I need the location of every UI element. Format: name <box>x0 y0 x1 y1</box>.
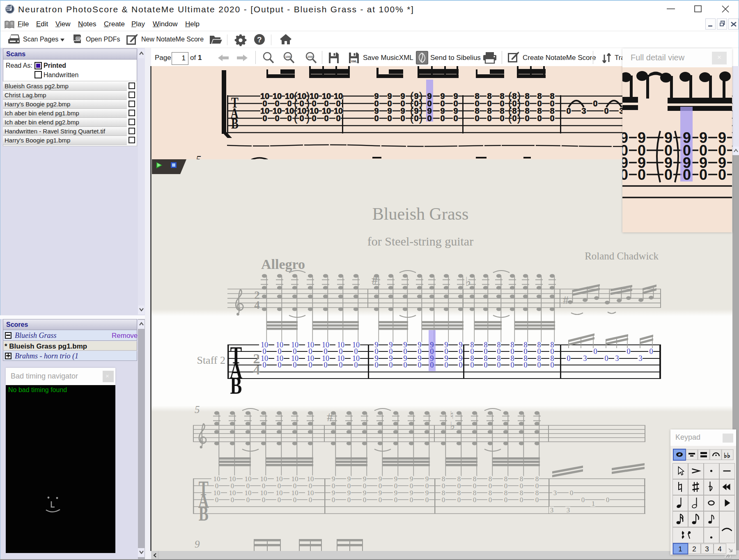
svg-text:3: 3 <box>583 354 587 363</box>
svg-text:0: 0 <box>375 361 379 369</box>
svg-text:0: 0 <box>699 166 707 183</box>
svg-text:0: 0 <box>231 496 234 504</box>
svg-text:4: 4 <box>718 545 721 553</box>
svg-text:0: 0 <box>605 354 608 363</box>
svg-text:0: 0 <box>512 114 516 123</box>
svg-text:Roland Chadwick: Roland Chadwick <box>585 250 659 262</box>
svg-text:#: # <box>327 410 333 424</box>
svg-text:0: 0 <box>387 114 392 123</box>
svg-text:200: 200 <box>308 55 313 59</box>
svg-text:0: 0 <box>309 361 312 369</box>
svg-text:?: ? <box>257 35 262 44</box>
svg-text:5: 5 <box>195 404 200 415</box>
svg-text:#: # <box>372 273 378 287</box>
svg-text:for Steel-string guitar: for Steel-string guitar <box>367 234 473 248</box>
svg-text:0: 0 <box>525 114 529 123</box>
svg-text:0: 0 <box>473 496 477 504</box>
svg-text:3: 3 <box>615 354 619 363</box>
svg-text:0: 0 <box>442 496 445 504</box>
svg-text:1: 1 <box>592 500 595 507</box>
svg-text:0: 0 <box>404 361 407 369</box>
svg-text:0: 0 <box>278 496 281 504</box>
svg-text:B: B <box>231 115 239 132</box>
svg-text:♮: ♮ <box>450 409 454 421</box>
svg-text:): ) <box>517 113 521 124</box>
svg-text:3: 3 <box>553 489 557 497</box>
svg-text:♭: ♭ <box>450 420 455 432</box>
svg-text:B: B <box>199 502 209 525</box>
svg-text:0: 0 <box>649 347 653 356</box>
svg-text:0: 0 <box>551 361 554 369</box>
svg-text:0: 0 <box>606 496 610 504</box>
svg-text:3: 3 <box>550 506 554 514</box>
svg-text:9: 9 <box>195 539 200 550</box>
svg-text:Allegro: Allegro <box>261 257 305 272</box>
svg-text:0: 0 <box>379 496 382 504</box>
svg-text:0: 0 <box>262 496 266 504</box>
svg-text:0: 0 <box>299 114 304 123</box>
svg-text:1: 1 <box>678 545 682 553</box>
svg-text:4: 4 <box>254 299 260 311</box>
svg-text:0: 0 <box>581 496 585 504</box>
svg-text:0: 0 <box>567 354 571 363</box>
svg-text:0: 0 <box>332 496 335 504</box>
svg-text:0: 0 <box>430 361 434 369</box>
svg-text:0: 0 <box>427 114 431 123</box>
svg-text:0: 0 <box>500 114 504 123</box>
svg-text:0: 0 <box>570 489 574 497</box>
svg-text:0: 0 <box>718 166 726 183</box>
svg-text:0: 0 <box>550 114 554 123</box>
svg-text:0: 0 <box>638 166 646 183</box>
svg-text:#: # <box>563 294 569 306</box>
svg-text:0: 0 <box>459 361 463 369</box>
svg-text:0: 0 <box>336 114 340 123</box>
svg-text:0: 0 <box>622 166 628 183</box>
svg-text:0: 0 <box>374 114 379 123</box>
svg-text:5: 5 <box>196 154 201 159</box>
svg-text:0: 0 <box>487 114 491 123</box>
svg-text:0: 0 <box>489 496 492 504</box>
svg-text:B: B <box>230 372 242 399</box>
svg-text:0: 0 <box>484 361 488 369</box>
svg-text:0: 0 <box>324 114 328 123</box>
svg-text:0: 0 <box>309 496 312 504</box>
svg-text:0: 0 <box>566 106 571 115</box>
svg-text:0: 0 <box>594 347 597 356</box>
svg-text:(: ( <box>294 113 297 124</box>
svg-text:0: 0 <box>440 114 445 123</box>
svg-text:0: 0 <box>400 114 405 123</box>
svg-text:0: 0 <box>354 361 358 369</box>
svg-text:♭♭: ♭♭ <box>724 452 730 459</box>
svg-text:): ) <box>419 113 422 124</box>
svg-text:0: 0 <box>275 114 279 123</box>
svg-text:0: 0 <box>627 347 631 356</box>
svg-text:0: 0 <box>475 114 479 123</box>
svg-text:♭: ♭ <box>465 275 471 288</box>
svg-text:0: 0 <box>535 496 539 504</box>
svg-text:0: 0 <box>410 496 413 504</box>
svg-text:0: 0 <box>511 361 514 369</box>
svg-text:0: 0 <box>262 114 267 123</box>
svg-text:Blueish Grass: Blueish Grass <box>372 204 469 223</box>
svg-text:0: 0 <box>504 496 508 504</box>
svg-text:(: ( <box>508 113 512 124</box>
svg-text:0: 0 <box>683 166 691 183</box>
svg-text:0: 0 <box>470 361 474 369</box>
svg-text:XML: XML <box>351 60 358 63</box>
svg-text:0: 0 <box>537 114 542 123</box>
svg-text:3: 3 <box>705 545 709 553</box>
svg-text:0: 0 <box>445 361 448 369</box>
svg-text:0: 0 <box>524 361 528 369</box>
svg-text:0: 0 <box>497 361 501 369</box>
svg-text:0: 0 <box>293 361 297 369</box>
svg-text:0: 0 <box>278 361 282 369</box>
svg-text:0: 0 <box>418 361 422 369</box>
svg-text:3: 3 <box>581 106 586 115</box>
svg-text:0: 0 <box>324 361 328 369</box>
svg-text:PDF: PDF <box>77 37 82 40</box>
svg-text:0: 0 <box>215 496 219 504</box>
svg-text:Staff 2: Staff 2 <box>197 354 225 366</box>
svg-text:4: 4 <box>253 362 260 377</box>
svg-text:0: 0 <box>287 114 291 123</box>
svg-text:3: 3 <box>639 354 643 363</box>
